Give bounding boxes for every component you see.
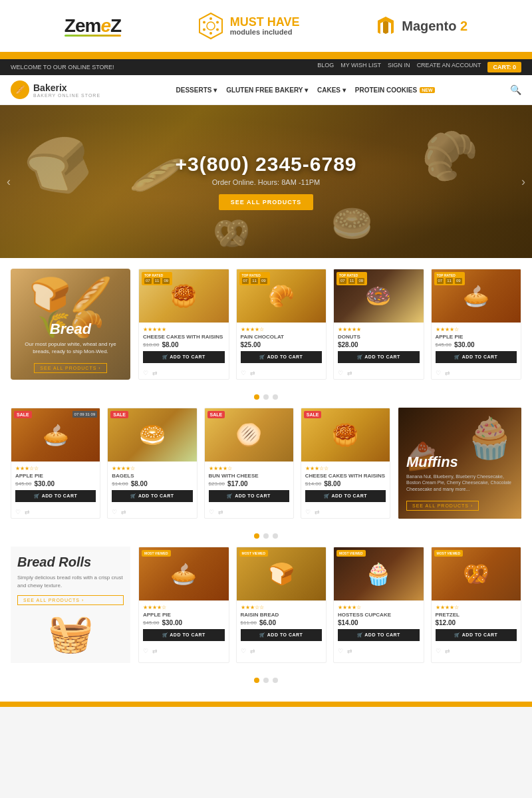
dot-active[interactable] — [254, 394, 259, 400]
wishlist-link[interactable]: MY WISH LIST — [340, 62, 381, 72]
product-info: ★★★☆☆ CHEESE CAKES WITH RAISINS $14.00 $… — [301, 462, 390, 506]
product-name: CHEESE CAKES WITH RAISINS — [143, 334, 225, 340]
product-info: ★★★★☆ HOSTESS CUPCAKE $14.00 🛒 ADD TO CA… — [334, 600, 424, 645]
compare-icon[interactable]: ⇄ — [250, 370, 255, 376]
product-price: $30.00 — [34, 480, 55, 487]
add-to-cart-button[interactable]: 🛒 ADD TO CART — [436, 629, 517, 641]
compare-icon[interactable]: ⇄ — [445, 648, 450, 654]
product-emoji: 🥧 — [170, 561, 197, 587]
compare-icon[interactable]: ⇄ — [152, 648, 158, 654]
product-emoji: 🍞 — [268, 561, 295, 587]
sale-badge: SALE — [207, 411, 225, 418]
cart-button[interactable]: CART: 0 — [487, 62, 521, 72]
nav-cakes[interactable]: CAKES ▾ — [317, 86, 346, 94]
bread-see-all-link[interactable]: SEE ALL PRODUCTS › — [34, 363, 106, 373]
blog-link[interactable]: BLOG — [317, 62, 334, 72]
dot[interactable] — [273, 533, 278, 539]
add-to-cart-button[interactable]: 🛒 ADD TO CART — [209, 490, 289, 502]
store-brand: 🥖 Bakerix BAKERY ONLINE STORE — [11, 80, 100, 99]
dot[interactable] — [273, 678, 278, 683]
nav-bar: 🥖 Bakerix BAKERY ONLINE STORE DESSERTS ▾… — [0, 75, 532, 105]
product-price: $25.00 — [241, 341, 261, 348]
product-emoji: 🫓 — [235, 422, 262, 448]
add-to-cart-button[interactable]: 🛒 ADD TO CART — [143, 351, 225, 363]
nav-gluten-free[interactable]: GLUTEN FREE BAKERY ▾ — [226, 86, 308, 94]
product-info: ★★★☆☆ RAISIN BREAD $11.00 $6.00 🛒 ADD TO… — [237, 600, 327, 645]
product-card: SALE 07 09 31 09 🥧 ★★★☆☆ APPLE PIE $45.0… — [11, 408, 100, 519]
wishlist-icon[interactable]: ♡ — [143, 648, 148, 654]
product-card: MOST VIEWED 🧁 ★★★★☆ HOSTESS CUPCAKE $14.… — [333, 547, 424, 663]
product-name: BUN WITH CHEESE — [209, 473, 289, 479]
compare-icon[interactable]: ⇄ — [347, 370, 352, 376]
add-to-cart-button[interactable]: 🛒 ADD TO CART — [338, 351, 420, 363]
wishlist-icon[interactable]: ♡ — [209, 509, 214, 515]
add-to-cart-button[interactable]: 🛒 ADD TO CART — [112, 490, 192, 502]
compare-icon[interactable]: ⇄ — [25, 509, 30, 515]
dot-active[interactable] — [254, 533, 259, 539]
svg-point-6 — [203, 29, 205, 31]
wishlist-icon[interactable]: ♡ — [15, 509, 21, 515]
nav-protein-cookies[interactable]: PROTEIN COOKIES NEW — [355, 86, 435, 94]
compare-icon[interactable]: ⇄ — [218, 509, 223, 515]
magento-logo[interactable]: Magento 2 — [375, 15, 467, 37]
wishlist-icon[interactable]: ♡ — [305, 509, 311, 515]
bread-category-title: Bread — [17, 321, 124, 338]
compare-icon[interactable]: ⇄ — [347, 648, 352, 654]
timer-mini: 07 09 31 09 — [72, 411, 98, 418]
add-to-cart-button[interactable]: 🛒 ADD TO CART — [436, 351, 517, 363]
compare-icon[interactable]: ⇄ — [121, 509, 126, 515]
nav-desserts[interactable]: DESSERTS ▾ — [176, 86, 217, 94]
add-to-cart-button[interactable]: 🛒 ADD TO CART — [143, 629, 225, 641]
wishlist-icon[interactable]: ♡ — [436, 648, 441, 654]
product-info: ★★★★☆ APPLE PIE $45.00 $30.00 🛒 ADD TO C… — [139, 600, 229, 645]
product-image: SALE 🥮 — [301, 408, 390, 462]
product-rating: ★★★★☆ — [436, 327, 517, 332]
product-rating: ★★★☆☆ — [305, 466, 386, 471]
search-icon[interactable]: 🔍 — [510, 84, 521, 95]
add-to-cart-button[interactable]: 🛒 ADD TO CART — [15, 490, 96, 502]
product-rating: ★★★★☆ — [143, 604, 225, 610]
hero-prev-arrow[interactable]: ‹ — [7, 175, 11, 189]
compare-icon[interactable]: ⇄ — [250, 648, 255, 654]
compare-icon[interactable]: ⇄ — [315, 509, 320, 515]
muffins-desc: Banana Nut, Blueberry, Blueberry Cheesec… — [406, 473, 513, 493]
wishlist-icon[interactable]: ♡ — [338, 648, 343, 654]
top-bar-links: BLOG MY WISH LIST SIGN IN CREATE AN ACCO… — [317, 62, 521, 72]
dot[interactable] — [263, 394, 269, 400]
must-have-icon — [197, 12, 225, 40]
compare-icon[interactable]: ⇄ — [152, 370, 158, 376]
wishlist-icon[interactable]: ♡ — [436, 370, 441, 376]
dot[interactable] — [273, 394, 278, 400]
product-actions: ♡ ⇄ — [432, 367, 521, 379]
muffins-see-all-link[interactable]: SEE ALL PRODUCTS › — [406, 501, 479, 511]
wishlist-icon[interactable]: ♡ — [338, 370, 343, 376]
add-to-cart-button[interactable]: 🛒 ADD TO CART — [241, 629, 323, 641]
svg-point-1 — [207, 22, 215, 30]
product-image: TOP RATED 071109 🥐 — [237, 269, 327, 323]
dot-active[interactable] — [254, 678, 259, 683]
add-to-cart-button[interactable]: 🛒 ADD TO CART — [305, 490, 386, 502]
wishlist-icon[interactable]: ♡ — [241, 648, 246, 654]
products-grid-row2: SALE 07 09 31 09 🥧 ★★★☆☆ APPLE PIE $45.0… — [11, 408, 390, 519]
wishlist-icon[interactable]: ♡ — [241, 370, 246, 376]
compare-icon[interactable]: ⇄ — [445, 370, 450, 376]
product-actions: ♡ ⇄ — [334, 367, 424, 379]
bread-rolls-see-all-link[interactable]: SEE ALL PRODUCTS › — [17, 595, 124, 605]
bottom-orange-bar — [0, 702, 532, 707]
add-to-cart-button[interactable]: 🛒 ADD TO CART — [338, 629, 420, 641]
hero-cta-button[interactable]: SEE ALL PRODUCTS — [219, 194, 314, 210]
dot[interactable] — [263, 533, 269, 539]
most-viewed-badge: MOST VIEWED — [239, 550, 269, 557]
hero-next-arrow[interactable]: › — [521, 175, 525, 189]
product-rating: ★★★★☆ — [112, 466, 192, 471]
add-to-cart-button[interactable]: 🛒 ADD TO CART — [241, 351, 323, 363]
hero-hours: Order Online. Hours: 8AM -11PM — [175, 178, 356, 186]
wishlist-icon[interactable]: ♡ — [112, 509, 117, 515]
zemes-logo-container[interactable]: ZemeZ — [65, 15, 121, 37]
product-old-price: $45.00 — [15, 481, 31, 487]
wishlist-icon[interactable]: ♡ — [143, 370, 148, 376]
dot[interactable] — [263, 678, 269, 683]
create-account-link[interactable]: CREATE AN ACCOUNT — [417, 62, 481, 72]
product-emoji: 🥯 — [139, 422, 166, 448]
signin-link[interactable]: SIGN IN — [388, 62, 410, 72]
